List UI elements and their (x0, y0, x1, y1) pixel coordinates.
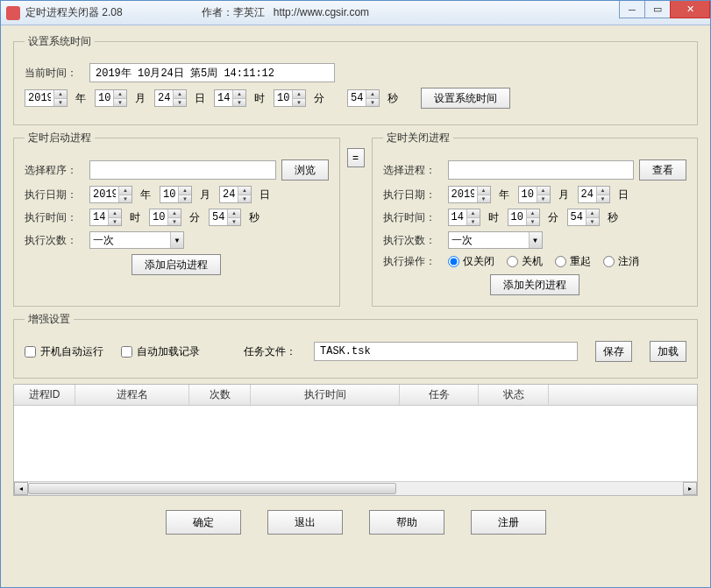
col-id[interactable]: 进程ID (14, 385, 75, 405)
titlebar: 定时进程关闭器 2.08 作者：李英江 http://www.cgsir.com… (1, 1, 710, 25)
hour-spinner[interactable]: ▲▼ (214, 89, 246, 107)
content-area: 设置系统时间 当前时间： ▲▼ 年 ▲▼ 月 ▲▼ 日 ▲▼ 时 ▲▼ 分 ▲▼… (1, 25, 710, 587)
col-blank (549, 385, 697, 405)
close-hour-spinner[interactable]: ▲▼ (448, 209, 480, 226)
close-times-select[interactable]: 一次 ▼ (448, 231, 543, 249)
start-year-spinner[interactable]: ▲▼ (89, 186, 132, 203)
start-day-spinner[interactable]: ▲▼ (219, 186, 252, 203)
radio-logoff[interactable]: 注消 (603, 254, 639, 269)
col-status[interactable]: 状态 (479, 385, 549, 405)
month-spinner[interactable]: ▲▼ (95, 89, 127, 107)
load-button[interactable]: 加载 (650, 341, 686, 362)
view-button[interactable]: 查看 (639, 159, 686, 181)
radio-close-only[interactable]: 仅关闭 (448, 254, 494, 269)
close-process-group: 定时关闭进程 选择进程： 查看 执行日期： ▲▼ 年 ▲▼ 月 ▲▼ 日 执行时… (372, 131, 699, 307)
enhance-legend: 增强设置 (25, 312, 74, 327)
minute-spinner[interactable]: ▲▼ (274, 89, 306, 107)
close-process-input[interactable] (448, 160, 635, 180)
close-minute-spinner[interactable]: ▲▼ (508, 209, 540, 226)
col-task[interactable]: 任务 (400, 385, 479, 405)
close-legend: 定时关闭进程 (383, 131, 453, 145)
start-minute-spinner[interactable]: ▲▼ (149, 209, 181, 226)
start-legend: 定时启动进程 (25, 131, 95, 145)
current-time-display (89, 63, 335, 82)
col-times[interactable]: 次数 (189, 385, 251, 405)
enhance-group: 增强设置 开机自动运行 自动加载记录 任务文件： 保存 加载 (13, 312, 698, 379)
task-file-label: 任务文件： (244, 344, 296, 359)
app-icon (6, 6, 20, 20)
system-time-legend: 设置系统时间 (25, 34, 95, 49)
start-date-label: 执行日期： (25, 188, 84, 202)
start-time-label: 执行时间： (25, 210, 84, 225)
close-times-label: 执行次数： (383, 233, 443, 248)
window-controls: ─ ▭ ✕ (620, 1, 710, 18)
close-second-spinner[interactable]: ▲▼ (567, 209, 600, 226)
scroll-left-arrow[interactable]: ◂ (14, 482, 28, 495)
exit-button[interactable]: 退出 (267, 510, 343, 535)
year-spinner[interactable]: ▲▼ (25, 89, 68, 107)
col-name[interactable]: 进程名 (75, 385, 189, 405)
maximize-button[interactable]: ▭ (644, 1, 671, 18)
close-date-label: 执行日期： (383, 188, 443, 202)
start-times-label: 执行次数： (25, 233, 84, 248)
start-times-select[interactable]: 一次 ▼ (89, 231, 184, 249)
close-day-spinner[interactable]: ▲▼ (578, 186, 610, 203)
app-window: 定时进程关闭器 2.08 作者：李英江 http://www.cgsir.com… (0, 0, 711, 588)
radio-restart[interactable]: 重起 (555, 254, 591, 269)
window-title: 定时进程关闭器 2.08 (25, 5, 123, 20)
start-second-spinner[interactable]: ▲▼ (209, 209, 241, 226)
autostart-checkbox[interactable]: 开机自动运行 (25, 344, 103, 359)
horizontal-scrollbar[interactable]: ◂ ▸ (14, 481, 697, 495)
start-hour-spinner[interactable]: ▲▼ (89, 209, 122, 226)
add-close-process-button[interactable]: 添加关闭进程 (490, 274, 579, 295)
task-file-input[interactable] (314, 342, 578, 361)
add-start-process-button[interactable]: 添加启动进程 (132, 254, 221, 275)
scroll-right-arrow[interactable]: ▸ (683, 482, 697, 495)
equals-button[interactable]: = (347, 148, 365, 167)
start-month-spinner[interactable]: ▲▼ (160, 186, 192, 203)
chevron-down-icon: ▼ (170, 232, 183, 248)
current-time-label: 当前时间： (25, 66, 84, 81)
col-exectime[interactable]: 执行时间 (251, 385, 400, 405)
scroll-thumb[interactable] (28, 483, 396, 494)
minimize-button[interactable]: ─ (619, 1, 645, 18)
system-time-group: 设置系统时间 当前时间： ▲▼ 年 ▲▼ 月 ▲▼ 日 ▲▼ 时 ▲▼ 分 ▲▼… (13, 34, 698, 125)
browse-button[interactable]: 浏览 (281, 159, 329, 181)
second-spinner[interactable]: ▲▼ (347, 89, 380, 107)
close-time-label: 执行时间： (383, 210, 443, 225)
close-month-spinner[interactable]: ▲▼ (518, 186, 551, 203)
action-radio-group: 仅关闭 关机 重起 注消 (448, 254, 639, 269)
chevron-down-icon: ▼ (529, 232, 542, 248)
table-header: 进程ID 进程名 次数 执行时间 任务 状态 (14, 385, 697, 406)
help-button[interactable]: 帮助 (369, 510, 444, 535)
save-button[interactable]: 保存 (595, 341, 632, 362)
day-spinner[interactable]: ▲▼ (154, 89, 187, 107)
close-action-label: 执行操作： (383, 254, 443, 269)
set-system-time-button[interactable]: 设置系统时间 (421, 88, 510, 109)
author-info: 作者：李英江 http://www.cgsir.com (202, 5, 369, 20)
close-year-spinner[interactable]: ▲▼ (448, 186, 491, 203)
table-body (14, 406, 697, 481)
autoload-checkbox[interactable]: 自动加载记录 (121, 344, 200, 359)
register-button[interactable]: 注册 (471, 510, 546, 535)
start-process-group: 定时启动进程 选择程序： 浏览 执行日期： ▲▼ 年 ▲▼ 月 ▲▼ 日 执行时… (13, 131, 340, 307)
start-select-label: 选择程序： (25, 163, 84, 178)
close-button[interactable]: ✕ (670, 1, 710, 18)
process-groups: 定时启动进程 选择程序： 浏览 执行日期： ▲▼ 年 ▲▼ 月 ▲▼ 日 执行时… (13, 131, 698, 307)
start-program-input[interactable] (89, 160, 276, 180)
ok-button[interactable]: 确定 (166, 510, 241, 535)
bottom-button-row: 确定 退出 帮助 注册 (13, 501, 698, 538)
radio-shutdown[interactable]: 关机 (507, 254, 543, 269)
close-select-label: 选择进程： (383, 163, 443, 178)
task-table: 进程ID 进程名 次数 执行时间 任务 状态 ◂ ▸ (13, 384, 698, 496)
